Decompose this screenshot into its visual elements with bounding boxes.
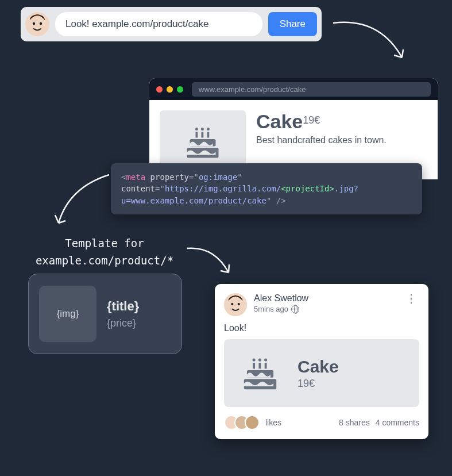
template-price-placeholder: {price} bbox=[107, 317, 139, 329]
template-title-placeholder: {title} bbox=[107, 299, 139, 314]
preview-title: Cake bbox=[298, 357, 339, 377]
post-timestamp: 5mins ago bbox=[254, 305, 308, 313]
product-price: 19€ bbox=[303, 114, 320, 126]
share-button[interactable]: Share bbox=[268, 12, 317, 36]
social-post-card: Alex Swetlow 5mins ago ⋮ Look! Cake 19€ … bbox=[215, 284, 428, 439]
preview-price: 19€ bbox=[298, 378, 339, 390]
template-label: Template for example.com/product/* bbox=[30, 235, 179, 270]
code-snippet: <meta property="og:image" content="https… bbox=[111, 163, 422, 214]
shares-count[interactable]: 8 shares bbox=[339, 418, 370, 427]
arrow-icon bbox=[327, 11, 419, 80]
browser-chrome: www.example.com/product/cake bbox=[149, 78, 438, 100]
link-preview[interactable]: Cake 19€ bbox=[224, 339, 419, 407]
minimize-icon[interactable] bbox=[167, 86, 173, 93]
post-author[interactable]: Alex Swetlow bbox=[254, 293, 308, 304]
cake-icon bbox=[180, 119, 226, 165]
globe-icon bbox=[291, 305, 299, 313]
template-img-placeholder: {img} bbox=[39, 286, 96, 342]
close-icon[interactable] bbox=[156, 86, 163, 93]
share-input[interactable] bbox=[55, 12, 262, 36]
likes-label[interactable]: likes bbox=[265, 418, 281, 427]
post-body: Look! bbox=[224, 323, 419, 333]
avatar bbox=[245, 415, 260, 430]
arrow-icon bbox=[46, 170, 121, 239]
arrow-icon bbox=[183, 240, 240, 286]
avatar[interactable] bbox=[224, 293, 247, 316]
avatar bbox=[25, 12, 49, 36]
template-box: {img} {title} {price} bbox=[28, 274, 182, 354]
more-options-icon[interactable]: ⋮ bbox=[403, 293, 419, 304]
comments-count[interactable]: 4 comments bbox=[376, 418, 419, 427]
product-title: Cake bbox=[256, 110, 303, 132]
maximize-icon[interactable] bbox=[177, 86, 183, 93]
url-bar[interactable]: www.example.com/product/cake bbox=[192, 82, 431, 97]
share-bar: Share bbox=[21, 7, 322, 41]
liker-avatars[interactable] bbox=[224, 415, 260, 430]
cake-icon bbox=[237, 350, 284, 397]
product-description: Best handcrafted cakes in town. bbox=[256, 135, 387, 145]
